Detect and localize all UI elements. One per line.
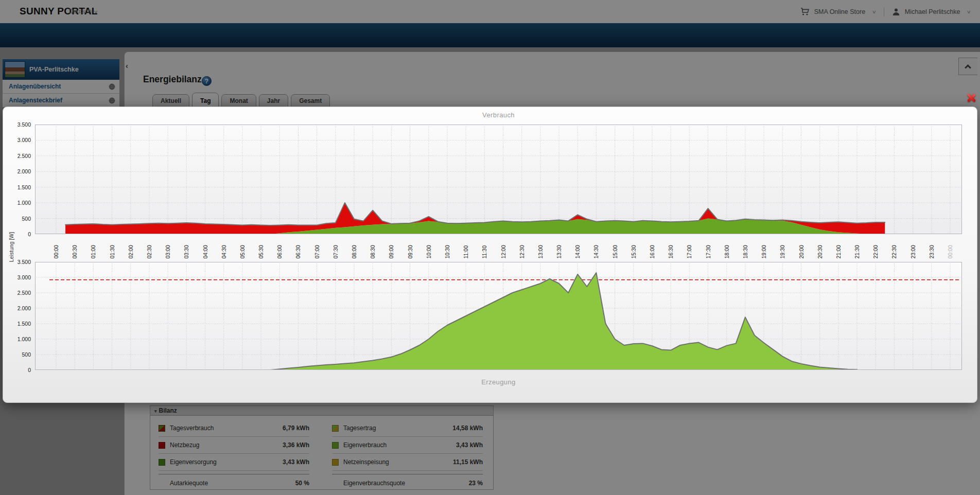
x-axis-label: 16:30 <box>668 236 674 259</box>
x-axis-label: 17:30 <box>705 236 711 259</box>
production-chart-title: Erzeugung <box>35 378 962 386</box>
verbrauch-chart-svg <box>35 125 962 234</box>
consumption-y-axis-tick: 2.000 <box>5 168 31 174</box>
gridlines <box>35 125 962 234</box>
x-axis-label: 01:30 <box>109 236 115 259</box>
x-axis-label: 08:00 <box>351 236 358 259</box>
x-axis-label: 15:00 <box>611 236 618 259</box>
production-y-axis-tick: 0 <box>5 367 31 373</box>
x-axis-label: 14:00 <box>574 236 581 259</box>
x-axis-label: 05:00 <box>239 236 246 259</box>
consumption-y-axis-tick: 1.000 <box>5 200 31 206</box>
x-axis-label: 21:00 <box>835 236 842 259</box>
x-axis-label: 23:00 <box>909 236 916 259</box>
x-axis-label: 05:30 <box>258 236 265 259</box>
consumption-y-axis-tick: 2.500 <box>5 153 31 159</box>
x-axis-label: 23:30 <box>928 236 935 259</box>
x-axis-label: 00:00 <box>947 236 954 259</box>
x-axis-label: 07:30 <box>332 236 339 259</box>
x-axis-label: 10:30 <box>444 236 450 259</box>
x-axis-label: 20:00 <box>798 236 804 259</box>
consumption-y-axis-tick: 1.500 <box>5 184 31 190</box>
x-axis-label: 03:00 <box>165 236 171 259</box>
x-axis-label: 18:30 <box>742 236 748 259</box>
x-axis-label: 00:00 <box>53 236 60 259</box>
x-axis-label: 19:30 <box>779 236 786 259</box>
x-axis-label: 21:30 <box>854 236 861 259</box>
x-axis-label: 03:30 <box>183 236 190 259</box>
x-axis-label: 08:30 <box>370 236 376 259</box>
x-axis-label: 17:00 <box>686 236 693 259</box>
x-axis-label: 19:00 <box>761 236 767 259</box>
x-axis-label: 09:30 <box>407 236 413 259</box>
x-axis-label: 07:00 <box>313 236 320 259</box>
x-axis-label: 22:00 <box>872 236 879 259</box>
production-y-axis-tick: 1.000 <box>5 336 31 342</box>
x-axis-label: 00:30 <box>72 236 78 259</box>
production-y-axis-tick: 500 <box>5 351 31 358</box>
x-axis-label: 06:00 <box>276 236 283 259</box>
consumption-y-axis-tick: 0 <box>5 231 31 237</box>
production-y-axis-tick: 2.000 <box>5 305 31 311</box>
consumption-y-axis-tick: 3.500 <box>5 121 31 128</box>
x-axis-label: 02:30 <box>146 236 152 259</box>
x-axis-label: 18:00 <box>723 236 730 259</box>
production-y-axis-tick: 1.500 <box>5 321 31 327</box>
x-axis-label: 13:30 <box>556 236 563 259</box>
x-axis-label: 10:00 <box>425 236 432 259</box>
x-axis-label: 20:30 <box>816 236 823 259</box>
x-axis-label: 04:00 <box>202 236 208 259</box>
x-axis-label: 12:30 <box>518 236 525 259</box>
production-chart[interactable] <box>35 262 962 370</box>
x-axis-label: 06:30 <box>295 236 302 259</box>
plot-border <box>36 125 962 234</box>
y-axis-label: Leistung [W] <box>8 220 14 274</box>
x-axis-label: 14:30 <box>593 236 600 259</box>
x-axis-label: 02:00 <box>127 236 134 259</box>
erzeugung-chart-svg <box>35 262 962 370</box>
consumption-y-axis-tick: 3.000 <box>5 137 31 143</box>
x-axis-label: 16:00 <box>649 236 656 259</box>
production-y-axis-tick: 3.000 <box>5 274 31 280</box>
x-axis-label: 11:30 <box>481 236 488 259</box>
consumption-chart[interactable] <box>35 125 962 234</box>
consumption-y-axis-tick: 500 <box>5 216 31 222</box>
close-icon[interactable] <box>966 93 976 103</box>
consumption-chart-title: Verbrauch <box>35 111 962 119</box>
x-axis-label: 22:30 <box>891 236 898 259</box>
series-eigenverbrauch-area <box>65 273 857 370</box>
x-axis-label: 12:00 <box>500 236 506 259</box>
x-axis-label: 01:00 <box>90 236 97 259</box>
energy-chart-modal: Verbrauch Erzeugung Leistung [W] 3.5003.… <box>3 107 977 403</box>
x-axis-label: 11:00 <box>463 236 469 259</box>
x-axis-label: 04:30 <box>220 236 227 259</box>
production-y-axis-tick: 2.500 <box>5 290 31 296</box>
x-axis-label: 15:30 <box>630 236 637 259</box>
production-y-axis-tick: 3.500 <box>5 259 31 265</box>
x-axis-label: 09:00 <box>388 236 395 259</box>
x-axis-label: 13:00 <box>537 236 544 259</box>
